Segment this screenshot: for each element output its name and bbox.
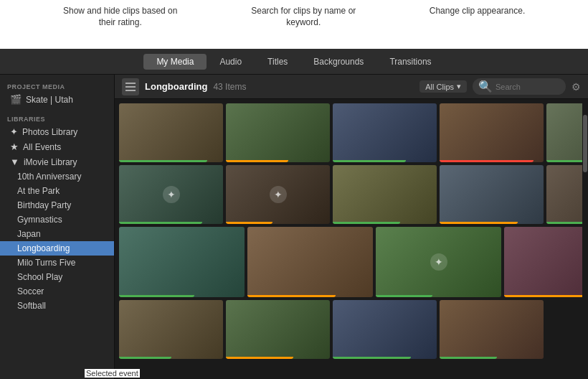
sidebar-item-longboarding[interactable]: Longboarding bbox=[0, 241, 114, 256]
clip-item-c10[interactable] bbox=[546, 165, 582, 224]
annotation-area: Show and hide clips based on their ratin… bbox=[0, 0, 588, 49]
clip-rating-bar-c11 bbox=[119, 295, 194, 297]
schoolplay-label: School Play bbox=[17, 272, 62, 282]
clip-item-c12[interactable] bbox=[247, 227, 373, 297]
longboarding-label: Longboarding bbox=[17, 243, 70, 253]
milo-label: Milo Turns Five bbox=[17, 258, 75, 268]
clip-marker-icon-c7: ✦ bbox=[270, 186, 287, 203]
tab-titles[interactable]: Titles bbox=[255, 54, 300, 70]
all-events-label: All Events bbox=[23, 142, 61, 152]
clip-rating-bar-c17 bbox=[333, 357, 411, 359]
japan-label: Japan bbox=[17, 229, 41, 239]
tab-backgrounds[interactable]: Backgrounds bbox=[300, 54, 376, 70]
tab-my-media[interactable]: My Media bbox=[143, 54, 207, 70]
sidebar-item-soccer[interactable]: Soccer bbox=[0, 284, 114, 299]
sidebar-item-project[interactable]: 🎬 Skate | Utah bbox=[0, 92, 114, 107]
search-input[interactable] bbox=[495, 83, 567, 91]
content-area: PROJECT MEDIA 🎬 Skate | Utah LIBRARIES ✦… bbox=[0, 75, 588, 379]
sidebar-item-all-events[interactable]: ★ All Events bbox=[0, 139, 114, 154]
clip-thumb-c11 bbox=[119, 227, 245, 297]
scroll-thumb[interactable] bbox=[583, 115, 587, 172]
clip-item-c8[interactable] bbox=[333, 165, 437, 224]
clip-rating-bar-c10 bbox=[546, 222, 582, 224]
park-label: At the Park bbox=[17, 186, 60, 196]
clip-thumb-c4 bbox=[440, 103, 544, 162]
clip-item-c2[interactable] bbox=[226, 103, 330, 162]
sidebar-item-japan[interactable]: Japan bbox=[0, 227, 114, 241]
clip-rating-bar-c12 bbox=[247, 295, 336, 297]
annotation-rating: Show and hide clips based on their ratin… bbox=[63, 6, 178, 28]
annotation-search: Search for clips by name or keyword. bbox=[246, 6, 361, 28]
clip-item-c13[interactable]: ✦ bbox=[376, 227, 501, 297]
soccer-label: Soccer bbox=[17, 286, 44, 296]
clip-rating-bar-c9 bbox=[440, 222, 518, 224]
clip-item-c15[interactable] bbox=[119, 300, 223, 359]
clip-thumb-c18 bbox=[440, 300, 544, 359]
10th-label: 10th Anniversary bbox=[17, 172, 81, 182]
annotation-appearance: Change clip appearance. bbox=[430, 6, 525, 17]
project-media-label: PROJECT MEDIA bbox=[0, 80, 114, 92]
settings-button[interactable]: ⚙ bbox=[572, 81, 581, 93]
grid-area: ✦✦✦ bbox=[115, 99, 588, 379]
clip-item-c11[interactable] bbox=[119, 227, 245, 297]
tab-transitions[interactable]: Transitions bbox=[376, 54, 444, 70]
search-box[interactable]: 🔍 bbox=[473, 78, 566, 95]
clip-row-0 bbox=[119, 103, 578, 162]
svg-rect-2 bbox=[125, 90, 136, 91]
clip-rating-bar-c3 bbox=[333, 160, 406, 162]
clip-item-c3[interactable] bbox=[333, 103, 437, 162]
sidebar-item-10th-anniversary[interactable]: 10th Anniversary bbox=[0, 169, 114, 184]
sidebar-item-birthday[interactable]: Birthday Party bbox=[0, 198, 114, 212]
clip-thumb-c2 bbox=[226, 103, 330, 162]
selected-event-label: Selected event bbox=[85, 369, 140, 378]
sidebar-item-softball[interactable]: Softball bbox=[0, 299, 114, 313]
filter-dropdown[interactable]: All Clips ▾ bbox=[419, 80, 467, 93]
clip-rating-bar-c13 bbox=[376, 295, 432, 297]
clip-thumb-c8 bbox=[333, 165, 437, 224]
item-count: 43 Items bbox=[213, 82, 246, 92]
clip-item-c7[interactable]: ✦ bbox=[226, 165, 330, 224]
sidebar-item-park[interactable]: At the Park bbox=[0, 184, 114, 198]
clip-rating-bar-c6 bbox=[119, 222, 202, 224]
clip-thumb-c12 bbox=[247, 227, 373, 297]
clip-rating-bar-c15 bbox=[119, 357, 171, 359]
toolbar: Longboarding 43 Items All Clips ▾ 🔍 ⚙ bbox=[115, 75, 588, 99]
chevron-down-icon: ▾ bbox=[457, 82, 461, 91]
clip-rating-bar-c8 bbox=[333, 222, 400, 224]
scroll-track[interactable] bbox=[582, 99, 588, 379]
photos-label: Photos Library bbox=[22, 127, 77, 137]
clip-item-c5[interactable] bbox=[546, 103, 582, 162]
sidebar-item-imovie-library[interactable]: ▼ iMovie Library bbox=[0, 154, 114, 169]
gymnastics-label: Gymnastics bbox=[17, 215, 62, 225]
main-panel: Longboarding 43 Items All Clips ▾ 🔍 ⚙ bbox=[115, 75, 588, 379]
sidebar-item-schoolplay[interactable]: School Play bbox=[0, 270, 114, 284]
clip-thumb-c14 bbox=[504, 227, 582, 297]
sidebar-toggle-button[interactable] bbox=[122, 78, 139, 95]
clip-thumb-c1 bbox=[119, 103, 223, 162]
star-icon: ★ bbox=[10, 141, 19, 152]
clip-thumb-c10 bbox=[546, 165, 582, 224]
clip-item-c9[interactable] bbox=[440, 165, 544, 224]
sidebar-item-photos[interactable]: ✦ Photos Library bbox=[0, 124, 114, 139]
clip-marker-icon-c6: ✦ bbox=[163, 186, 180, 203]
tab-bar: My Media Audio Titles Backgrounds Transi… bbox=[0, 49, 588, 75]
clip-thumb-c3 bbox=[333, 103, 437, 162]
clip-rating-bar-c5 bbox=[546, 160, 582, 162]
project-label: Skate | Utah bbox=[26, 95, 73, 105]
clip-item-c14[interactable] bbox=[504, 227, 582, 297]
sidebar-item-milo[interactable]: Milo Turns Five bbox=[0, 256, 114, 270]
clip-thumb-c17 bbox=[333, 300, 437, 359]
clip-item-c17[interactable] bbox=[333, 300, 437, 359]
clip-item-c16[interactable] bbox=[226, 300, 330, 359]
tab-audio[interactable]: Audio bbox=[207, 54, 255, 70]
sidebar-item-gymnastics[interactable]: Gymnastics bbox=[0, 212, 114, 227]
triangle-icon: ▼ bbox=[10, 156, 19, 167]
clip-rating-bar-c7 bbox=[226, 222, 272, 224]
clip-grid: ✦✦✦ bbox=[115, 99, 582, 379]
clip-thumb-c16 bbox=[226, 300, 330, 359]
clip-item-c1[interactable] bbox=[119, 103, 223, 162]
clip-item-c18[interactable] bbox=[440, 300, 544, 359]
svg-rect-0 bbox=[125, 83, 136, 84]
clip-item-c6[interactable]: ✦ bbox=[119, 165, 223, 224]
clip-item-c4[interactable] bbox=[440, 103, 544, 162]
